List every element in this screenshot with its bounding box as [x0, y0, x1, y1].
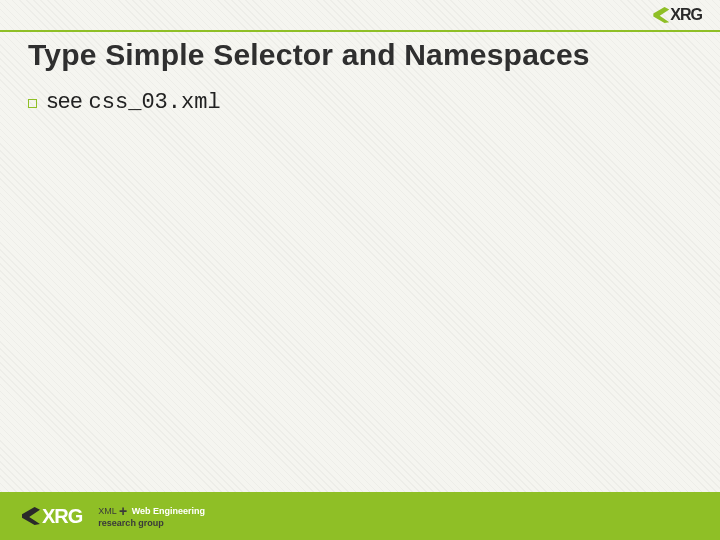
tagline-xml: XML	[98, 505, 116, 515]
footer-tagline: XML + Web Engineering research group	[98, 505, 205, 528]
bullet-code: css_03.xml	[89, 90, 221, 115]
bullet-text-wrap: see css_03.xml	[47, 88, 221, 115]
footer-swoosh-icon	[22, 507, 40, 525]
logo-text: XRG	[670, 6, 702, 24]
footer-logo: XRG	[22, 505, 82, 528]
bullet-square-icon	[28, 99, 37, 108]
footer-logo-text: XRG	[42, 505, 82, 528]
tagline-web: Web Engineering	[132, 505, 205, 515]
footer-tagline-line1: XML + Web Engineering	[98, 505, 205, 518]
slide-title: Type Simple Selector and Namespaces	[28, 38, 590, 72]
background-hatching	[0, 0, 720, 540]
logo-swoosh-icon	[653, 7, 669, 23]
footer-bar: XRG XML + Web Engineering research group	[0, 492, 720, 540]
bullet-prefix: see	[47, 88, 89, 113]
title-rule	[0, 30, 720, 32]
header-logo: XRG	[653, 6, 702, 24]
plus-icon: +	[119, 504, 127, 518]
bullet-item: see css_03.xml	[28, 88, 221, 115]
footer-tagline-line2: research group	[98, 519, 205, 528]
